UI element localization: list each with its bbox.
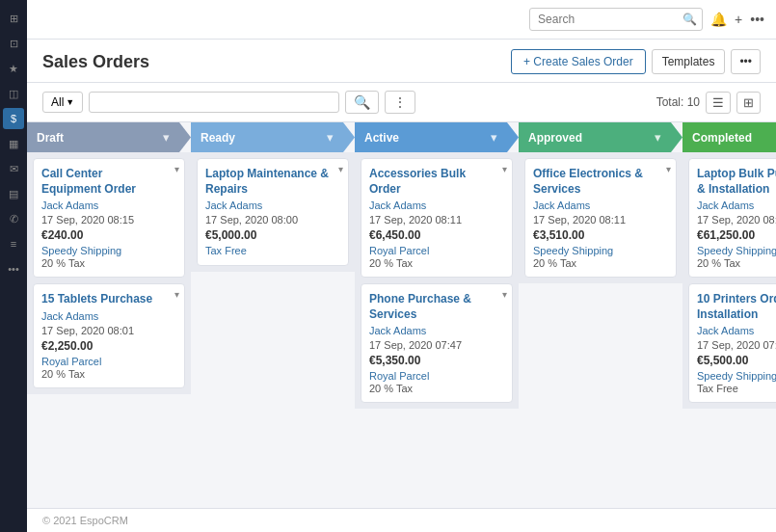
card-shipping: Speedy Shipping bbox=[41, 245, 176, 256]
search-button[interactable]: 🔍 bbox=[682, 13, 697, 26]
page-header: Sales Orders + Create Sales Order Templa… bbox=[27, 40, 776, 83]
card-tax: 20 % Tax bbox=[369, 257, 504, 269]
card-title: Accessories Bulk Order bbox=[369, 167, 504, 197]
card-title: 10 Printers Order & Installation bbox=[697, 292, 776, 322]
card-menu-btn-ready-0[interactable]: ▾ bbox=[338, 164, 343, 174]
card-amount: €61,250.00 bbox=[697, 228, 776, 242]
col-add-btn-ready[interactable]: ▾ bbox=[327, 130, 334, 145]
card-menu-btn-active-1[interactable]: ▾ bbox=[502, 289, 507, 300]
phone-icon[interactable]: ✆ bbox=[3, 208, 24, 229]
card-tax: 20 % Tax bbox=[533, 257, 668, 269]
filter-search-input[interactable] bbox=[89, 92, 339, 113]
footer: © 2021 EspoCRM bbox=[27, 508, 776, 532]
col-header-draft: Draft▾ bbox=[27, 122, 191, 152]
topbar: 🔍 🔔 + ••• bbox=[27, 0, 776, 40]
filters-left: All ▼ 🔍 ⋮ bbox=[42, 91, 415, 114]
header-more-button[interactable]: ••• bbox=[731, 49, 761, 74]
col-add-btn-approved[interactable]: ▾ bbox=[655, 130, 661, 145]
card-shipping: Royal Parcel bbox=[41, 356, 176, 367]
kanban-card-completed-0[interactable]: ▾Laptop Bulk Purchase & InstallationJack… bbox=[688, 158, 776, 278]
card-person: Jack Adams bbox=[41, 310, 176, 322]
col-add-btn-draft[interactable]: ▾ bbox=[163, 130, 170, 145]
col-add-btn-active[interactable]: ▾ bbox=[491, 130, 497, 145]
dollar-icon[interactable]: $ bbox=[3, 108, 24, 129]
col-cards-ready: ▾Laptop Maintenance & RepairsJack Adams1… bbox=[191, 152, 355, 272]
view-kanban-button[interactable]: ⊞ bbox=[736, 92, 761, 114]
card-amount: €2,250.00 bbox=[41, 339, 176, 353]
card-date: 17 Sep, 2020 08:11 bbox=[533, 214, 668, 226]
card-person: Jack Adams bbox=[697, 325, 776, 336]
filter-all-label: All bbox=[51, 95, 64, 109]
kanban-card-draft-0[interactable]: ▾Call Center Equipment OrderJack Adams17… bbox=[33, 158, 185, 278]
card-tax: 20 % Tax bbox=[697, 257, 776, 269]
mail-icon[interactable]: ✉ bbox=[3, 158, 24, 179]
col-cards-active: ▾Accessories Bulk OrderJack Adams17 Sep,… bbox=[355, 152, 519, 409]
card-shipping: Royal Parcel bbox=[369, 370, 504, 382]
create-sales-order-button[interactable]: + Create Sales Order bbox=[511, 49, 646, 74]
kanban-card-active-1[interactable]: ▾Phone Purchase & ServicesJack Adams17 S… bbox=[361, 283, 513, 403]
filter-all-button[interactable]: All ▼ bbox=[42, 92, 83, 113]
dots-icon[interactable]: ••• bbox=[3, 258, 24, 279]
col-cards-approved: ▾Office Electronics & ServicesJack Adams… bbox=[519, 152, 682, 283]
col-header-completed: Completed▾ bbox=[682, 122, 776, 152]
card-menu-btn-draft-0[interactable]: ▾ bbox=[174, 164, 179, 174]
col-header-title-completed: Completed bbox=[692, 131, 752, 145]
kanban-card-completed-1[interactable]: ▾10 Printers Order & InstallationJack Ad… bbox=[688, 283, 776, 403]
card-tax: Tax Free bbox=[697, 383, 776, 394]
kanban-board: Draft▾▾Call Center Equipment OrderJack A… bbox=[27, 122, 776, 508]
card-menu-btn-active-0[interactable]: ▾ bbox=[502, 164, 507, 174]
kanban-inner: Draft▾▾Call Center Equipment OrderJack A… bbox=[27, 122, 776, 508]
kanban-card-draft-1[interactable]: ▾15 Tablets PurchaseJack Adams17 Sep, 20… bbox=[33, 283, 185, 388]
card-person: Jack Adams bbox=[533, 200, 668, 211]
card-title: Laptop Bulk Purchase & Installation bbox=[697, 167, 776, 197]
col-cards-completed: ▾Laptop Bulk Purchase & InstallationJack… bbox=[682, 152, 776, 409]
card-tax: 20 % Tax bbox=[41, 368, 176, 380]
search-input[interactable] bbox=[529, 8, 703, 31]
calendar-icon[interactable]: ▤ bbox=[3, 183, 24, 204]
filter-search-btn[interactable]: 🔍 bbox=[345, 91, 379, 114]
card-menu-btn-draft-1[interactable]: ▾ bbox=[174, 289, 179, 300]
grid-icon[interactable]: ⊡ bbox=[3, 33, 24, 54]
view-list-button[interactable]: ☰ bbox=[706, 92, 731, 114]
kanban-col-draft: Draft▾▾Call Center Equipment OrderJack A… bbox=[27, 122, 191, 394]
sidebar: ⊞⊡★◫$▦✉▤✆≡••• bbox=[0, 0, 27, 532]
card-amount: €6,450.00 bbox=[369, 228, 504, 242]
header-actions: + Create Sales Order Templates ••• bbox=[511, 49, 761, 74]
card-menu-btn-approved-0[interactable]: ▾ bbox=[666, 164, 671, 174]
card-person: Jack Adams bbox=[205, 200, 340, 211]
total-label: Total: 10 bbox=[656, 95, 700, 109]
kanban-card-approved-0[interactable]: ▾Office Electronics & ServicesJack Adams… bbox=[524, 158, 677, 278]
main-content: 🔍 🔔 + ••• Sales Orders + Create Sales Or… bbox=[27, 0, 776, 532]
card-title: Office Electronics & Services bbox=[533, 167, 668, 197]
star-icon[interactable]: ★ bbox=[3, 58, 24, 79]
col-header-approved: Approved▾ bbox=[519, 122, 682, 152]
home-icon[interactable]: ⊞ bbox=[3, 8, 24, 29]
card-date: 17 Sep, 2020 08:01 bbox=[41, 325, 176, 336]
filter-options-btn[interactable]: ⋮ bbox=[385, 91, 415, 114]
kanban-col-completed: Completed▾▾Laptop Bulk Purchase & Instal… bbox=[682, 122, 776, 409]
chart-icon[interactable]: ◫ bbox=[3, 83, 24, 104]
card-title: Laptop Maintenance & Repairs bbox=[205, 167, 340, 197]
col-header-title-ready: Ready bbox=[201, 131, 235, 145]
filters-right: Total: 10 ☰ ⊞ bbox=[656, 92, 761, 114]
card-shipping: Royal Parcel bbox=[369, 245, 504, 256]
plus-icon[interactable]: + bbox=[735, 12, 742, 27]
col-header-title-draft: Draft bbox=[37, 131, 64, 145]
list-icon[interactable]: ≡ bbox=[3, 233, 24, 254]
more-icon[interactable]: ••• bbox=[750, 12, 764, 27]
card-person: Jack Adams bbox=[697, 200, 776, 211]
col-header-title-active: Active bbox=[364, 131, 399, 145]
card-shipping: Tax Free bbox=[205, 245, 340, 256]
card-tax: 20 % Tax bbox=[369, 383, 504, 394]
card-title: Call Center Equipment Order bbox=[41, 167, 176, 197]
card-shipping: Speedy Shipping bbox=[533, 245, 668, 256]
card-person: Jack Adams bbox=[369, 325, 504, 336]
kanban-card-ready-0[interactable]: ▾Laptop Maintenance & RepairsJack Adams1… bbox=[197, 158, 349, 266]
briefcase-icon[interactable]: ▦ bbox=[3, 133, 24, 154]
kanban-card-active-0[interactable]: ▾Accessories Bulk OrderJack Adams17 Sep,… bbox=[361, 158, 513, 278]
card-amount: €5,000.00 bbox=[205, 228, 340, 242]
card-amount: €3,510.00 bbox=[533, 228, 668, 242]
card-date: 17 Sep, 2020 07:47 bbox=[369, 339, 504, 351]
templates-button[interactable]: Templates bbox=[652, 49, 726, 74]
bell-icon[interactable]: 🔔 bbox=[710, 12, 727, 27]
